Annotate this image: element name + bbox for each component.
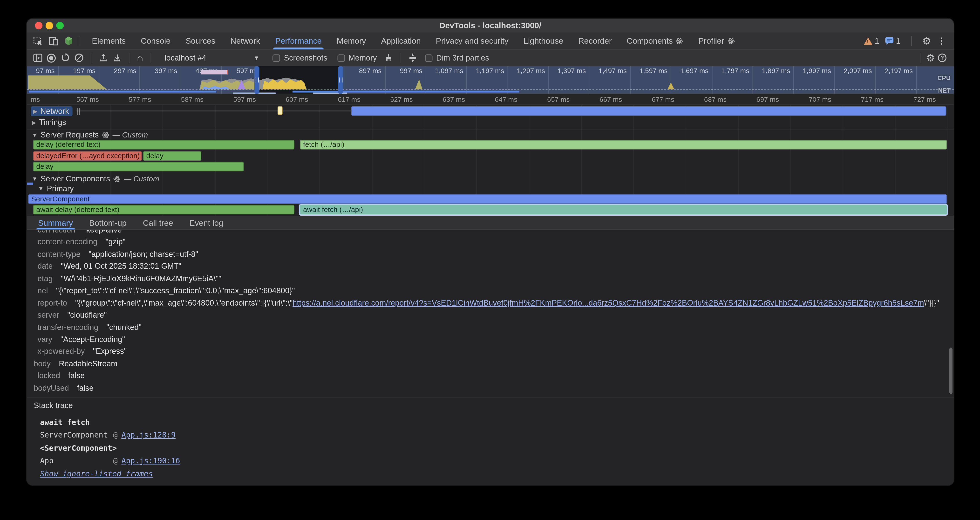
tab-components[interactable]: Components xyxy=(619,33,691,49)
collect-garbage-icon[interactable] xyxy=(382,52,396,64)
flame-bar[interactable]: await delay (deferred text) xyxy=(33,205,294,215)
flame-bar[interactable]: delay (deferred text) xyxy=(33,140,294,149)
extension-gem-icon[interactable] xyxy=(64,36,73,46)
flame-bar[interactable]: fetch (…/api) xyxy=(300,140,947,149)
save-profile-icon[interactable] xyxy=(110,52,124,64)
show-ignore-listed-frames-link[interactable]: Show ignore-listed frames xyxy=(40,469,153,478)
primary-subtrack-header[interactable]: ▼Primary xyxy=(38,184,74,193)
devtools-window: DevTools - localhost:3000/ ElementsConso… xyxy=(26,18,955,486)
tab-label: Recorder xyxy=(578,36,612,46)
cpu-activity-shape xyxy=(28,75,110,89)
ruler-tick-label: 727 ms xyxy=(913,95,936,103)
tab-privacy-and-security[interactable]: Privacy and security xyxy=(428,33,516,49)
overview-tick-label: 1,097 ms xyxy=(435,67,466,74)
warning-count: 1 xyxy=(875,37,879,45)
header-key: nel xyxy=(38,286,48,295)
timeline-overview[interactable]: 97 ms197 ms297 ms397 ms497 ms597 ms697 m… xyxy=(27,66,954,94)
overview-tick-label: 97 ms xyxy=(36,67,57,74)
record-button[interactable] xyxy=(45,52,58,64)
device-toolbar-icon[interactable] xyxy=(48,36,58,46)
network-request-bar[interactable] xyxy=(352,107,946,116)
overview-left-handle[interactable] xyxy=(255,66,259,94)
ruler-tick-label: ms xyxy=(30,95,40,103)
settings-gear-icon[interactable]: ⚙ xyxy=(923,36,931,46)
timings-track-header[interactable]: ▶Timings xyxy=(32,118,66,127)
flame-bar-label: delay (deferred text) xyxy=(36,141,100,148)
help-icon[interactable]: ? xyxy=(935,52,949,64)
divider xyxy=(91,53,91,63)
collapse-triangle-icon: ▶ xyxy=(32,119,36,126)
tab-application[interactable]: Application xyxy=(374,33,428,49)
checkbox-box xyxy=(273,54,280,62)
kebab-menu-icon[interactable]: ⋮ xyxy=(937,36,946,46)
tab-recorder[interactable]: Recorder xyxy=(571,33,619,49)
warnings-badge[interactable]: 1 xyxy=(864,37,879,45)
screenshots-checkbox[interactable]: Screenshots xyxy=(273,54,328,62)
network-track-pill: ▶Network xyxy=(30,107,73,116)
toggle-sidebar-icon[interactable] xyxy=(30,52,45,64)
issues-badge[interactable]: 1 xyxy=(885,37,900,45)
tab-profiler[interactable]: Profiler xyxy=(691,33,742,49)
home-icon[interactable]: ⌂ xyxy=(137,52,143,63)
server-components-track-header[interactable]: ▼Server Components— Custom xyxy=(32,174,159,183)
header-row: connection"keep-alive" xyxy=(27,230,954,236)
header-key: report-to xyxy=(38,299,67,307)
tab-label: Sources xyxy=(186,36,216,46)
flame-bar-label: delay xyxy=(36,162,53,170)
net-label: NET xyxy=(938,87,951,93)
track-divider xyxy=(27,129,954,129)
flame-bar-selected[interactable]: await fetch (…/api) xyxy=(300,205,947,215)
tab-console[interactable]: Console xyxy=(134,33,178,49)
flame-bar[interactable]: delay xyxy=(143,151,201,161)
flame-bar[interactable]: delayedError (…ayed exception) xyxy=(33,151,142,161)
report-to-url-link[interactable]: https://a.nel.cloudflare.com/report/v4?s… xyxy=(293,299,924,307)
primary-subtrack-header-label: Primary xyxy=(47,184,74,193)
server-requests-track-header[interactable]: ▼Server Requests— Custom xyxy=(32,131,148,139)
ruler-tick-label: 627 ms xyxy=(390,95,413,103)
overview-tick-label: 2,197 ms xyxy=(885,67,915,74)
inspect-element-icon[interactable] xyxy=(33,36,43,46)
flame-bar[interactable]: delay xyxy=(33,162,243,171)
panel-settings-gear-icon[interactable]: ⚙ xyxy=(926,53,935,63)
flame-bar[interactable]: ServerComponent xyxy=(28,194,947,204)
expand-triangle-icon: ▼ xyxy=(38,186,44,192)
warning-icon xyxy=(864,37,872,45)
tab-label: Performance xyxy=(275,36,322,46)
header-value: "gzip" xyxy=(106,238,126,246)
net-activity-bar xyxy=(293,91,519,92)
network-event-marker[interactable] xyxy=(278,107,283,115)
details-tab-summary[interactable]: Summary xyxy=(30,216,81,229)
network-track-header[interactable]: ▶Network xyxy=(30,107,81,116)
tab-sources[interactable]: Sources xyxy=(178,33,223,49)
tab-lighthouse[interactable]: Lighthouse xyxy=(516,33,571,49)
record-and-reload-icon[interactable] xyxy=(58,52,72,64)
memory-label: Memory xyxy=(349,54,377,62)
overview-tick-label: 1,597 ms xyxy=(639,67,670,74)
tab-memory[interactable]: Memory xyxy=(329,33,374,49)
expand-triangle-icon: ▼ xyxy=(32,176,37,182)
details-tab-bottom-up[interactable]: Bottom-up xyxy=(81,216,135,229)
load-profile-icon[interactable] xyxy=(96,52,110,64)
shortcuts-dialog-icon[interactable] xyxy=(406,52,420,64)
tab-label: Network xyxy=(230,36,260,46)
stack-frame-location-link[interactable]: App.js:190:16 xyxy=(121,456,180,465)
timeline-ruler[interactable]: ms567 ms577 ms587 ms597 ms607 ms617 ms62… xyxy=(27,93,954,105)
expand-triangle-icon: ▼ xyxy=(32,132,37,138)
dim-3rd-parties-checkbox[interactable]: Dim 3rd parties xyxy=(425,54,489,62)
devtools-tab-bar: ElementsConsoleSourcesNetworkPerformance… xyxy=(27,33,954,50)
stack-frame-location-link[interactable]: App.js:128:9 xyxy=(121,430,175,439)
tab-performance[interactable]: Performance xyxy=(268,33,329,49)
stack-frame-at: @ xyxy=(113,456,118,465)
scrollbar-thumb[interactable] xyxy=(950,348,953,394)
details-tab-event-log[interactable]: Event log xyxy=(181,216,232,229)
tab-network[interactable]: Network xyxy=(223,33,268,49)
stack-frame-function: ServerComponent xyxy=(40,430,113,439)
history-select[interactable]: localhost #4 ▼ xyxy=(160,52,264,64)
overview-right-handle[interactable] xyxy=(338,66,343,94)
cpu-activity-spike xyxy=(415,80,423,89)
details-tab-call-tree[interactable]: Call tree xyxy=(135,216,181,229)
clear-icon[interactable] xyxy=(72,52,86,64)
header-key: content-type xyxy=(38,250,81,259)
tab-elements[interactable]: Elements xyxy=(84,33,134,49)
memory-checkbox[interactable]: Memory xyxy=(337,54,377,62)
